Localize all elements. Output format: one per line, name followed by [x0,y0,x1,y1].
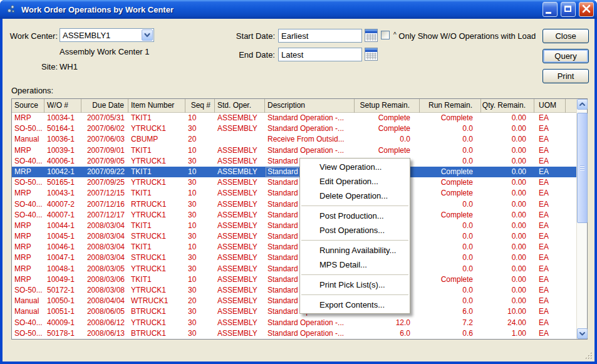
menu-item-edit-operation[interactable]: Edit Operation... [301,174,409,189]
column-header-setup-remain[interactable]: Setup Remain. [355,99,420,113]
scrollbar-thumb[interactable] [577,113,588,223]
table-row[interactable]: MRP10044-12008/03/04TKIT110ASSEMBLYStand… [12,221,576,231]
maximize-button[interactable] [561,2,576,17]
cell-run-remain: 0.0 [420,199,481,210]
only-show-load-checkbox[interactable] [381,31,390,39]
table-row[interactable]: MRP10049-12008/03/06TKIT110ASSEMBLYStand… [12,274,576,285]
table-row[interactable]: Manual10050-12008/04/04WTRUCK120ASSEMBLY… [12,296,576,306]
table-row[interactable]: SO-40...40007-22007/12/16RTRUCK130ASSEMB… [12,199,576,210]
titlebar[interactable]: Work Order Operations by Work Center [0,0,597,19]
cell-qty-remain: 0.00 [481,264,534,274]
table-row[interactable]: SO-50...50178-12008/06/13BTRUCK130ASSEMB… [12,328,576,339]
table-row[interactable]: SO-50...50165-12007/09/25YTRUCK130ASSEMB… [12,177,576,188]
menu-item-post-operations[interactable]: Post Operations... [301,223,409,237]
cell-uom: EA [534,113,566,123]
cell-item-number: TKIT1 [128,167,185,177]
site-value: WH1 [60,62,78,71]
cell-setup-remain: Complete [355,113,420,123]
cell-w-o: 10045-1 [44,231,81,242]
cell-w-o: 50178-1 [44,328,81,339]
table-row[interactable]: SO-40...40009-12008/06/12YTRUCK130ASSEMB… [12,318,576,328]
column-header-due-date[interactable]: Due Date [81,99,128,113]
cell-std-oper: ASSEMBLY [215,252,265,263]
table-row[interactable]: MRP10034-12007/05/31TKIT110ASSEMBLYStand… [12,113,576,123]
work-center-combo[interactable]: ASSEMBLY1 [60,28,154,42]
cell-std-oper: ASSEMBLY [215,274,265,285]
table-row[interactable]: MRP10042-12007/09/22TKIT110ASSEMBLYStand… [12,167,576,177]
column-header-seq[interactable]: Seq # [185,99,215,113]
print-button[interactable]: Print [542,69,589,83]
table-row[interactable]: MRP10046-12008/03/04TKIT110ASSEMBLYStand… [12,242,576,252]
column-header-run-remain[interactable]: Run Remain. [420,99,481,113]
column-header-uom[interactable]: UOM [534,99,566,113]
work-center-value: ASSEMBLY1 [63,31,110,40]
menu-item-view-operation[interactable]: View Operation... [301,160,409,174]
cell-description: Standard Operation -... [265,145,355,156]
chevron-down-icon [578,329,587,338]
cell-qty-remain: 0.00 [481,167,534,177]
cell-source: SO-50... [12,285,44,296]
vertical-scrollbar[interactable] [576,99,587,339]
table-row[interactable]: SO-40...40007-12007/12/17YTRUCK130ASSEMB… [12,210,576,221]
cell-std-oper: ASSEMBLY [215,306,265,317]
minimize-button[interactable] [542,2,558,17]
table-row[interactable]: MRP10043-12007/12/15TKIT110ASSEMBLYStand… [12,188,576,199]
cell-uom: EA [534,188,566,199]
cell-run-remain: 0.0 [420,123,481,134]
table-row[interactable]: SO-50...50164-12007/06/02YTRUCK130ASSEMB… [12,123,576,134]
work-order-operations-window: Work Order Operations by Work Center Wor… [0,0,597,364]
table-row[interactable]: MRP10047-12008/03/04STRUCK130ASSEMBLYSta… [12,252,576,263]
cell-item-number: RTRUCK1 [128,199,185,210]
close-window-button[interactable] [579,2,594,17]
cell-due-date: 2007/12/16 [81,199,128,210]
cell-run-remain: 0.0 [420,296,481,306]
menu-item-export-contents[interactable]: Export Contents... [301,298,409,312]
table-row[interactable]: SO-40...40006-12007/09/05YTRUCK130ASSEMB… [12,156,576,167]
context-menu: View Operation...Edit Operation...Delete… [299,158,410,314]
table-row[interactable]: Manual10051-12008/06/05BTRUCK130ASSEMBLY… [12,306,576,317]
cell-source: MRP [12,231,44,242]
menu-item-delete-operation[interactable]: Delete Operation... [301,189,409,203]
menu-item-running-availability[interactable]: Running Availability... [301,243,409,257]
end-date-calendar-button[interactable] [364,48,378,61]
cell-qty-remain: 0.00 [481,113,534,123]
cell-due-date: 2008/03/06 [81,274,128,285]
cell-seq: 30 [185,177,215,188]
table-row[interactable]: MRP10039-12007/09/01TKIT110ASSEMBLYStand… [12,145,576,156]
column-header-w-o[interactable]: W/O # [44,99,81,113]
resize-grip-icon[interactable] [584,351,593,360]
column-header-source[interactable]: Source [12,99,44,113]
cell-run-remain: Complete [420,113,481,123]
cell-std-oper: ASSEMBLY [215,167,265,177]
end-date-input[interactable] [278,48,362,61]
scroll-down-button[interactable] [577,328,588,339]
table-row[interactable]: SO-50...50172-12008/03/08YTRUCK130ASSEMB… [12,285,576,296]
cell-item-number: YTRUCK1 [128,210,185,221]
scroll-up-button[interactable] [577,99,588,110]
query-button[interactable]: Query [542,49,589,63]
cell-description: Standard Operation -... [265,318,355,328]
table-row[interactable]: Manual10036-12007/06/03CBUMP20Receive Fr… [12,134,576,145]
cell-run-remain: Complete [420,210,481,221]
menu-item-mps-detail[interactable]: MPS Detail... [301,257,409,272]
column-header-item-number[interactable]: Item Number [128,99,185,113]
minimize-icon [546,12,551,14]
column-header-qty-remain[interactable]: Qty. Remain. [481,99,534,113]
start-date-input[interactable] [278,29,362,43]
cell-w-o: 10044-1 [44,221,81,231]
menu-item-print-pick-list-s[interactable]: Print Pick List(s)... [301,278,409,292]
menu-item-post-production[interactable]: Post Production... [301,209,409,223]
cell-qty-remain: 10.00 [481,306,534,317]
table-row[interactable]: MRP10045-12008/03/04STRUCK130ASSEMBLYSta… [12,231,576,242]
column-header-description[interactable]: Description [265,99,355,113]
combo-chevron-down-icon[interactable] [142,29,153,41]
table-row[interactable]: MRP10048-12008/03/05YTRUCK130ASSEMBLYSta… [12,264,576,274]
close-button[interactable]: Close [542,29,589,43]
cell-std-oper: ASSEMBLY [215,145,265,156]
cell-w-o: 10034-1 [44,113,81,123]
start-date-calendar-button[interactable] [364,29,378,43]
column-header-std-oper[interactable]: Std. Oper. [215,99,265,113]
cell-item-number: YTRUCK1 [128,123,185,134]
cell-run-remain: 0.0 [420,145,481,156]
cell-run-remain: 0.0 [420,221,481,231]
